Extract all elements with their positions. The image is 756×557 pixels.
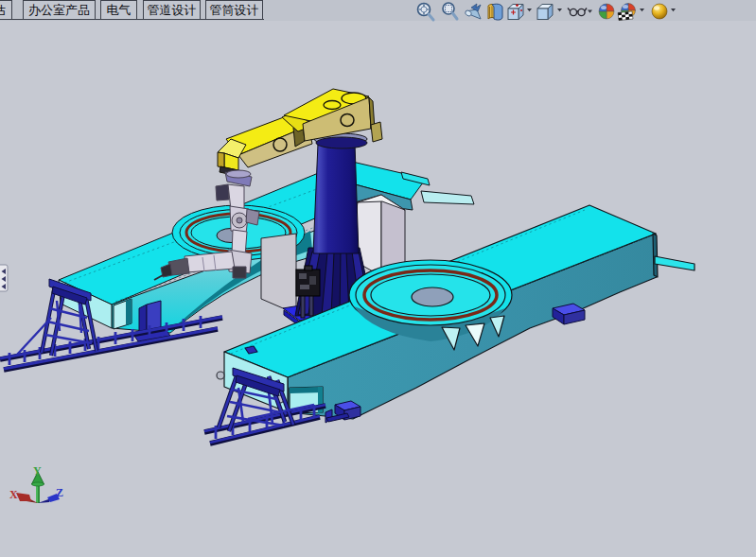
svg-text:Y: Y xyxy=(33,464,42,478)
svg-text:Z: Z xyxy=(56,486,63,499)
svg-text:X: X xyxy=(9,488,18,501)
